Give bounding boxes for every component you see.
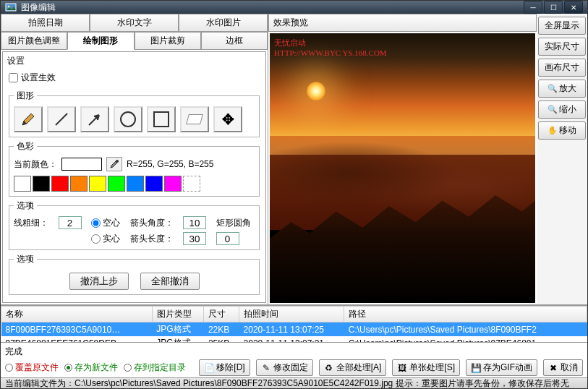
tool-line[interactable] [47, 106, 76, 132]
color-legend: 色彩 [14, 140, 37, 153]
tool-eraser[interactable] [180, 106, 209, 132]
tab-color-adjust[interactable]: 图片颜色调整 [1, 32, 67, 50]
tab-watermark-image[interactable]: 水印图片 [179, 14, 268, 32]
color-palette [14, 176, 255, 192]
current-color-label: 当前颜色： [14, 158, 57, 171]
table-row[interactable]: 97BE46881EEE761C58DEB…JPG格式25KB2020-11-1… [1, 336, 587, 342]
move-icon: ✥ [222, 111, 234, 128]
remove-icon: 📄 [204, 363, 214, 373]
zoom-out-button[interactable]: 🔍缩小 [538, 101, 586, 119]
palette-swatch-5[interactable] [108, 176, 125, 192]
table-row[interactable]: 8F090BFF276393C5A9010…JPG格式22KB2020-11-1… [1, 322, 587, 337]
left-panel: 拍照日期 水印文字 水印图片 图片颜色调整 绘制图形 图片裁剪 边框 设置 设置… [1, 14, 268, 304]
enable-checkbox[interactable] [9, 73, 18, 82]
column-header[interactable]: 名称 [1, 307, 153, 322]
column-header[interactable]: 尺寸 [204, 307, 239, 322]
refresh-icon: ♻ [324, 363, 334, 373]
tab-border[interactable]: 边框 [201, 32, 268, 50]
column-header[interactable]: 拍照时间 [239, 307, 344, 322]
savedir-radio[interactable]: 存到指定目录 [124, 362, 186, 374]
option-group: 选项 线粗细： 空心 箭头角度： 矩形圆角 实心 箭头长度： [9, 200, 260, 250]
palette-swatch-0[interactable] [14, 176, 31, 192]
column-header[interactable]: 路径 [344, 307, 587, 322]
fix-button[interactable]: ✎修改固定 [256, 359, 313, 376]
done-label: 完成 [5, 346, 583, 358]
palette-swatch-4[interactable] [89, 176, 106, 192]
tab-crop[interactable]: 图片裁剪 [135, 32, 201, 50]
actual-size-button[interactable]: 实际尺寸 [538, 38, 586, 56]
pencil-icon: ✎ [261, 363, 271, 373]
enable-label: 设置生效 [21, 72, 56, 84]
arrow-angle-label: 箭头角度： [130, 217, 178, 229]
palette-swatch-2[interactable] [51, 176, 69, 192]
tool-rect[interactable] [147, 106, 176, 132]
tool-pencil[interactable] [14, 106, 43, 132]
preview-canvas[interactable]: 无忧启动 HTTP://WWW.BYC YS.168.COM [270, 33, 535, 303]
side-buttons: 全屏显示 实际尺寸 画布尺寸 🔍放大 🔍缩小 ✋移动 [537, 14, 587, 304]
save-icon: 💾 [471, 363, 481, 373]
minimize-button[interactable]: ─ [524, 1, 542, 14]
fullscreen-button[interactable]: 全屏显示 [538, 17, 586, 35]
titlebar: 图像编辑 ─ ☐ ✕ [1, 1, 587, 14]
color-group: 色彩 当前颜色： R=255, G=255, B=255 [9, 140, 260, 197]
palette-swatch-7[interactable] [145, 176, 163, 192]
palette-swatch-6[interactable] [127, 176, 144, 192]
rect-radius-label: 矩形圆角 [216, 217, 255, 229]
option-group-2: 选项 撤消上步 全部撤消 [9, 253, 260, 295]
settings-label: 设置 [4, 54, 264, 69]
rgb-text: R=255, G=255, B=255 [127, 159, 213, 169]
overwrite-radio[interactable]: 覆盖原文件 [5, 362, 59, 374]
arrow-len-input[interactable] [183, 232, 206, 245]
shape-group: 图形 ✥ [9, 90, 260, 137]
zoom-in-button[interactable]: 🔍放大 [538, 80, 586, 98]
remove-button[interactable]: 📄移除[D] [199, 359, 250, 376]
close-button[interactable]: ✕ [564, 1, 583, 14]
line-width-label: 线粗细： [14, 217, 53, 229]
solid-radio[interactable]: 实心 [91, 233, 124, 245]
arrow-angle-input[interactable] [183, 216, 206, 229]
canvas-size-button[interactable]: 画布尺寸 [538, 59, 586, 77]
current-color-swatch[interactable] [61, 158, 102, 171]
saveas-radio[interactable]: 存为新文件 [64, 362, 118, 374]
cancel-icon: ✖ [548, 363, 558, 373]
line-width-input[interactable] [59, 216, 82, 229]
cancel-button[interactable]: ✖取消 [543, 359, 583, 376]
eyedropper-button[interactable] [106, 157, 122, 171]
undo-all-button[interactable]: 全部撤消 [140, 273, 200, 290]
rect-radius-input[interactable] [216, 232, 239, 245]
tool-move[interactable]: ✥ [213, 106, 242, 132]
bottom-bar: 完成 覆盖原文件 存为新文件 存到指定目录 📄移除[D] ✎修改固定 ♻全部处理… [1, 342, 587, 377]
app-window: 图像编辑 ─ ☐ ✕ 拍照日期 水印文字 水印图片 图片颜色调整 绘制图形 图片… [0, 0, 588, 389]
palette-swatch-9[interactable] [183, 176, 200, 192]
process-all-button[interactable]: ♻全部处理[A] [319, 359, 387, 376]
shape-legend: 图形 [14, 90, 37, 102]
tab-watermark-text[interactable]: 水印文字 [90, 14, 179, 32]
file-list: 名称图片类型尺寸拍照时间路径 8F090BFF276393C5A9010…JPG… [1, 305, 587, 342]
hollow-radio[interactable]: 空心 [91, 217, 124, 229]
image-icon: 🖼 [397, 363, 407, 373]
column-header[interactable]: 图片类型 [152, 307, 204, 322]
palette-swatch-8[interactable] [164, 176, 182, 192]
pan-button[interactable]: ✋移动 [538, 121, 586, 140]
right-panel: 效果预览 无忧启动 HTTP://WWW.BYC YS.168.COM 全屏显示… [268, 14, 587, 304]
option-legend-2: 选项 [14, 253, 37, 265]
app-icon [5, 1, 17, 13]
hand-icon: ✋ [547, 126, 558, 135]
preview-header: 效果预览 [268, 14, 537, 32]
tab-shoot-date[interactable]: 拍照日期 [1, 14, 90, 32]
palette-swatch-1[interactable] [33, 176, 50, 192]
tab-draw-shape[interactable]: 绘制图形 [67, 32, 134, 50]
undo-button[interactable]: 撤消上步 [69, 273, 129, 290]
svg-point-3 [116, 160, 119, 163]
settings-panel: 设置 设置生效 图形 ✥ [2, 51, 266, 303]
zoom-in-icon: 🔍 [547, 84, 558, 93]
save-gif-button[interactable]: 💾存为GIF动画 [466, 359, 537, 376]
arrow-len-label: 箭头长度： [130, 233, 178, 245]
palette-swatch-3[interactable] [70, 176, 88, 192]
tool-arrow[interactable] [80, 106, 109, 132]
status-bar: 当前编辑文件为：C:\Users\pc\Pictures\Saved Pictu… [1, 377, 587, 388]
svg-line-2 [56, 114, 67, 125]
tool-circle[interactable] [114, 106, 142, 132]
process-single-button[interactable]: 🖼单张处理[S] [392, 359, 460, 376]
maximize-button[interactable]: ☐ [544, 1, 563, 14]
